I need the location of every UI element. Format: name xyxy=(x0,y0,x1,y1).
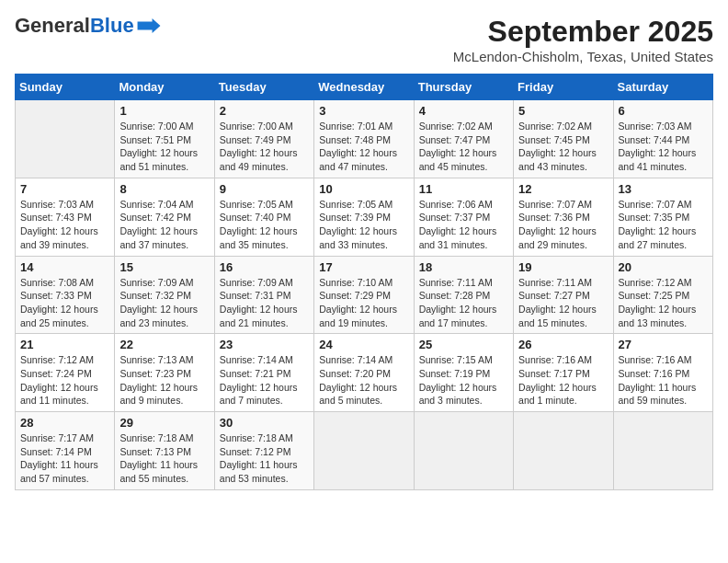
calendar-cell: 28Sunrise: 7:17 AM Sunset: 7:14 PM Dayli… xyxy=(16,412,115,490)
day-number: 25 xyxy=(419,338,508,351)
logo: GeneralBlue xyxy=(15,15,162,37)
calendar-cell: 8Sunrise: 7:04 AM Sunset: 7:42 PM Daylig… xyxy=(115,178,214,256)
calendar-cell: 9Sunrise: 7:05 AM Sunset: 7:40 PM Daylig… xyxy=(214,178,313,256)
weekday-header: Saturday xyxy=(613,75,712,100)
day-number: 13 xyxy=(619,182,708,196)
weekday-header: Wednesday xyxy=(314,75,414,100)
day-number: 17 xyxy=(319,260,408,274)
calendar-cell xyxy=(514,412,613,490)
day-info: Sunrise: 7:18 AM Sunset: 7:13 PM Dayligh… xyxy=(119,431,209,486)
day-number: 7 xyxy=(20,182,109,196)
day-number: 24 xyxy=(319,338,408,351)
day-info: Sunrise: 7:04 AM Sunset: 7:42 PM Dayligh… xyxy=(119,198,209,252)
calendar-cell: 19Sunrise: 7:11 AM Sunset: 7:27 PM Dayli… xyxy=(514,256,613,334)
calendar-cell: 13Sunrise: 7:07 AM Sunset: 7:35 PM Dayli… xyxy=(613,178,712,256)
day-number: 14 xyxy=(20,260,109,274)
day-number: 22 xyxy=(119,338,209,351)
calendar-cell xyxy=(414,412,513,490)
day-info: Sunrise: 7:03 AM Sunset: 7:44 PM Dayligh… xyxy=(619,120,708,174)
calendar-week-row: 1Sunrise: 7:00 AM Sunset: 7:51 PM Daylig… xyxy=(16,100,713,178)
weekday-header: Thursday xyxy=(414,75,513,100)
day-number: 4 xyxy=(419,104,508,118)
calendar-cell: 21Sunrise: 7:12 AM Sunset: 7:24 PM Dayli… xyxy=(16,334,115,412)
calendar-cell: 22Sunrise: 7:13 AM Sunset: 7:23 PM Dayli… xyxy=(115,334,214,412)
day-info: Sunrise: 7:03 AM Sunset: 7:43 PM Dayligh… xyxy=(20,198,109,252)
calendar-cell xyxy=(314,412,414,490)
day-info: Sunrise: 7:12 AM Sunset: 7:25 PM Dayligh… xyxy=(619,276,708,330)
day-info: Sunrise: 7:09 AM Sunset: 7:32 PM Dayligh… xyxy=(119,276,209,330)
logo-icon xyxy=(136,18,162,33)
calendar-cell: 25Sunrise: 7:15 AM Sunset: 7:19 PM Dayli… xyxy=(414,334,513,412)
day-info: Sunrise: 7:16 AM Sunset: 7:17 PM Dayligh… xyxy=(518,353,608,408)
weekday-header: Sunday xyxy=(16,75,115,100)
month-title: September 2025 xyxy=(453,15,713,49)
calendar-cell: 3Sunrise: 7:01 AM Sunset: 7:48 PM Daylig… xyxy=(314,100,414,178)
day-info: Sunrise: 7:11 AM Sunset: 7:27 PM Dayligh… xyxy=(518,276,608,330)
day-number: 26 xyxy=(518,338,608,351)
day-info: Sunrise: 7:11 AM Sunset: 7:28 PM Dayligh… xyxy=(419,276,508,330)
weekday-header: Tuesday xyxy=(214,75,313,100)
calendar-cell: 29Sunrise: 7:18 AM Sunset: 7:13 PM Dayli… xyxy=(115,412,214,490)
calendar-cell: 11Sunrise: 7:06 AM Sunset: 7:37 PM Dayli… xyxy=(414,178,513,256)
day-info: Sunrise: 7:01 AM Sunset: 7:48 PM Dayligh… xyxy=(319,120,408,174)
day-info: Sunrise: 7:08 AM Sunset: 7:33 PM Dayligh… xyxy=(20,276,109,330)
calendar-cell: 16Sunrise: 7:09 AM Sunset: 7:31 PM Dayli… xyxy=(214,256,313,334)
day-number: 20 xyxy=(619,260,708,274)
calendar-cell: 17Sunrise: 7:10 AM Sunset: 7:29 PM Dayli… xyxy=(314,256,414,334)
day-info: Sunrise: 7:05 AM Sunset: 7:39 PM Dayligh… xyxy=(319,198,408,252)
calendar-cell: 2Sunrise: 7:00 AM Sunset: 7:49 PM Daylig… xyxy=(214,100,313,178)
day-number: 6 xyxy=(619,104,708,118)
day-info: Sunrise: 7:14 AM Sunset: 7:21 PM Dayligh… xyxy=(220,353,309,408)
day-info: Sunrise: 7:15 AM Sunset: 7:19 PM Dayligh… xyxy=(419,353,508,408)
day-number: 29 xyxy=(119,416,209,430)
day-info: Sunrise: 7:02 AM Sunset: 7:45 PM Dayligh… xyxy=(518,120,608,174)
calendar-cell: 1Sunrise: 7:00 AM Sunset: 7:51 PM Daylig… xyxy=(115,100,214,178)
calendar-cell: 14Sunrise: 7:08 AM Sunset: 7:33 PM Dayli… xyxy=(16,256,115,334)
weekday-header: Friday xyxy=(514,75,613,100)
weekday-header: Monday xyxy=(115,75,214,100)
day-number: 21 xyxy=(20,338,109,351)
day-number: 11 xyxy=(419,182,508,196)
calendar-cell: 24Sunrise: 7:14 AM Sunset: 7:20 PM Dayli… xyxy=(314,334,414,412)
day-info: Sunrise: 7:00 AM Sunset: 7:49 PM Dayligh… xyxy=(220,120,309,174)
day-number: 10 xyxy=(319,182,408,196)
day-number: 12 xyxy=(518,182,608,196)
calendar-cell: 30Sunrise: 7:18 AM Sunset: 7:12 PM Dayli… xyxy=(214,412,313,490)
header: GeneralBlue September 2025 McLendon-Chis… xyxy=(15,15,713,64)
day-info: Sunrise: 7:06 AM Sunset: 7:37 PM Dayligh… xyxy=(419,198,508,252)
day-number: 1 xyxy=(119,104,209,118)
calendar-cell: 12Sunrise: 7:07 AM Sunset: 7:36 PM Dayli… xyxy=(514,178,613,256)
calendar-cell: 7Sunrise: 7:03 AM Sunset: 7:43 PM Daylig… xyxy=(16,178,115,256)
day-info: Sunrise: 7:07 AM Sunset: 7:35 PM Dayligh… xyxy=(619,198,708,252)
logo-text: GeneralBlue xyxy=(15,15,134,37)
calendar-header: SundayMondayTuesdayWednesdayThursdayFrid… xyxy=(16,75,713,100)
day-info: Sunrise: 7:07 AM Sunset: 7:36 PM Dayligh… xyxy=(518,198,608,252)
day-info: Sunrise: 7:16 AM Sunset: 7:16 PM Dayligh… xyxy=(619,353,708,408)
day-info: Sunrise: 7:12 AM Sunset: 7:24 PM Dayligh… xyxy=(20,353,109,408)
calendar-cell: 4Sunrise: 7:02 AM Sunset: 7:47 PM Daylig… xyxy=(414,100,513,178)
day-number: 28 xyxy=(20,416,109,430)
weekday-header-row: SundayMondayTuesdayWednesdayThursdayFrid… xyxy=(16,75,713,100)
calendar-week-row: 21Sunrise: 7:12 AM Sunset: 7:24 PM Dayli… xyxy=(16,334,713,412)
day-number: 2 xyxy=(220,104,309,118)
day-info: Sunrise: 7:10 AM Sunset: 7:29 PM Dayligh… xyxy=(319,276,408,330)
day-info: Sunrise: 7:05 AM Sunset: 7:40 PM Dayligh… xyxy=(220,198,309,252)
calendar-week-row: 14Sunrise: 7:08 AM Sunset: 7:33 PM Dayli… xyxy=(16,256,713,334)
day-number: 9 xyxy=(220,182,309,196)
day-number: 27 xyxy=(619,338,708,351)
calendar-week-row: 7Sunrise: 7:03 AM Sunset: 7:43 PM Daylig… xyxy=(16,178,713,256)
day-info: Sunrise: 7:14 AM Sunset: 7:20 PM Dayligh… xyxy=(319,353,408,408)
day-info: Sunrise: 7:17 AM Sunset: 7:14 PM Dayligh… xyxy=(20,431,109,486)
title-area: September 2025 McLendon-Chisholm, Texas,… xyxy=(453,15,713,64)
day-number: 3 xyxy=(319,104,408,118)
day-number: 19 xyxy=(518,260,608,274)
day-number: 5 xyxy=(518,104,608,118)
svg-marker-0 xyxy=(137,18,160,33)
day-number: 15 xyxy=(119,260,209,274)
day-number: 23 xyxy=(220,338,309,351)
calendar-week-row: 28Sunrise: 7:17 AM Sunset: 7:14 PM Dayli… xyxy=(16,412,713,490)
day-info: Sunrise: 7:18 AM Sunset: 7:12 PM Dayligh… xyxy=(220,431,309,486)
calendar-cell xyxy=(16,100,115,178)
day-info: Sunrise: 7:02 AM Sunset: 7:47 PM Dayligh… xyxy=(419,120,508,174)
calendar-body: 1Sunrise: 7:00 AM Sunset: 7:51 PM Daylig… xyxy=(16,100,713,490)
